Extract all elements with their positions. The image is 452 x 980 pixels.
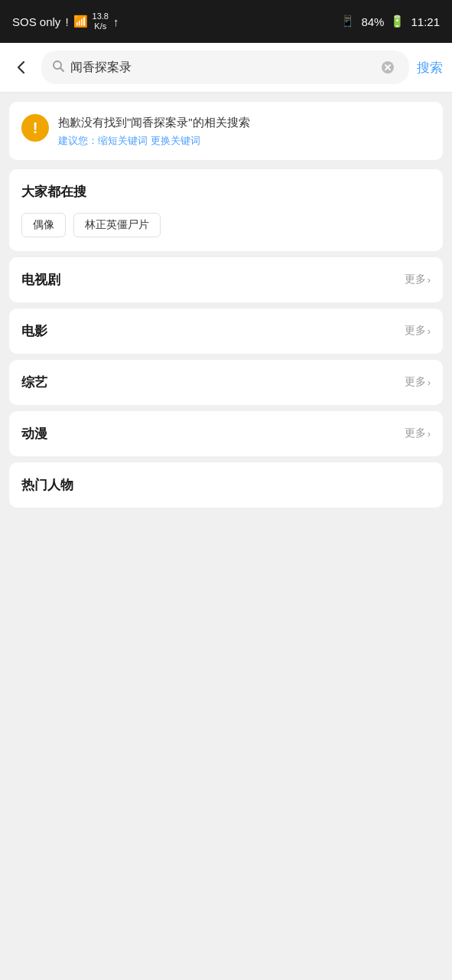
anime-more-link[interactable]: 更多 › [405,426,431,440]
battery-icon: 🔋 [390,15,405,28]
status-left: SOS only ! 📶 13.8K/s ↑ [12,11,119,31]
bottom-background [0,514,452,697]
movie-header: 电影 更多 › [21,322,431,340]
variety-section: 综艺 更多 › [9,360,443,405]
variety-header: 综艺 更多 › [21,374,431,391]
exclamation-icon: ! [65,15,68,28]
variety-title: 综艺 [21,374,47,391]
tv-chevron-icon: › [428,274,431,286]
tv-title: 电视剧 [21,271,60,289]
clear-button[interactable] [377,57,398,78]
no-result-text: 抱歉没有找到"闻香探案录"的相关搜索 建议您：缩短关键词 更换关键词 [58,114,431,148]
trending-section: 大家都在搜 偶像 林正英僵尸片 [9,169,443,251]
hot-people-header: 热门人物 [21,476,431,494]
trending-tags: 偶像 林正英僵尸片 [21,213,431,237]
variety-chevron-icon: › [428,377,431,388]
search-input-wrapper[interactable]: 闻香探案录 [41,51,409,84]
back-button[interactable] [9,55,34,80]
tv-section: 电视剧 更多 › [9,257,443,302]
anime-section: 动漫 更多 › [9,411,443,456]
search-icon [52,60,64,75]
search-button[interactable]: 搜索 [417,59,443,77]
suggestion-prefix: 建议您： [58,135,98,146]
sos-text: SOS only [12,15,60,28]
movie-chevron-icon: › [428,325,431,337]
trending-tag-1[interactable]: 林正英僵尸片 [73,213,161,237]
suggestion-1[interactable]: 缩短关键词 [98,135,148,146]
status-right: 📱 84% 🔋 11:21 [340,15,440,28]
trending-title: 大家都在搜 [21,183,86,201]
hot-people-title: 热门人物 [21,476,73,494]
svg-line-1 [60,68,63,71]
phone-icon: 📱 [340,15,355,28]
search-bar: 闻香探案录 搜索 [0,43,452,93]
variety-more-label: 更多 [405,375,426,389]
clock-time: 11:21 [411,15,440,28]
tv-header: 电视剧 更多 › [21,271,431,289]
anime-more-label: 更多 [405,426,426,440]
warning-icon: ! [21,114,49,142]
battery-percent: 84% [361,15,384,28]
no-result-main: 抱歉没有找到"闻香探案录"的相关搜索 [58,114,431,132]
movie-title: 电影 [21,322,47,340]
tv-more-link[interactable]: 更多 › [405,273,431,286]
trending-header: 大家都在搜 [21,183,431,201]
wifi-icon: 📶 [73,15,88,28]
upload-icon: ↑ [113,15,119,28]
search-query[interactable]: 闻香探案录 [70,60,371,76]
hot-people-section: 热门人物 [9,462,443,508]
trending-tag-0[interactable]: 偶像 [21,213,66,237]
anime-header: 动漫 更多 › [21,425,431,443]
no-result-sub: 建议您：缩短关键词 更换关键词 [58,134,431,148]
anime-chevron-icon: › [428,428,431,439]
no-result-card: ! 抱歉没有找到"闻香探案录"的相关搜索 建议您：缩短关键词 更换关键词 [9,102,443,160]
tv-more-label: 更多 [405,273,426,286]
variety-more-link[interactable]: 更多 › [405,375,431,389]
speed-text: 13.8K/s [93,11,109,31]
movie-more-link[interactable]: 更多 › [405,324,431,338]
movie-more-label: 更多 [405,324,426,338]
status-bar: SOS only ! 📶 13.8K/s ↑ 📱 84% 🔋 11:21 [0,0,452,43]
suggestion-2[interactable]: 更换关键词 [151,135,200,146]
movie-section: 电影 更多 › [9,309,443,354]
anime-title: 动漫 [21,425,47,443]
